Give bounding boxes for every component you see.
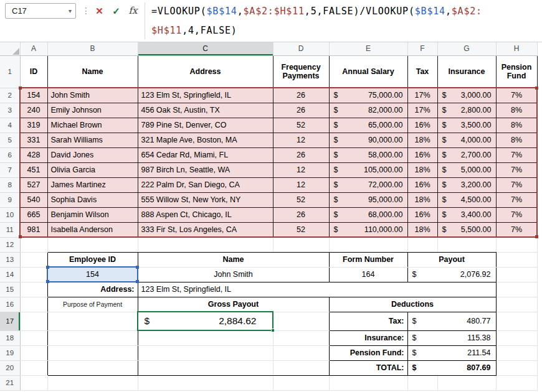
cell-pension[interactable]: 8% [496,118,537,133]
cell-pension[interactable]: 8% [496,103,537,118]
row-header[interactable]: 13 [0,252,20,267]
cell-address[interactable]: 333 Fir St, Los Angeles, CA [138,222,273,237]
cell-address[interactable]: 888 Aspen Ct, Chicago, IL [138,207,273,222]
cell-address[interactable]: 222 Palm Dr, San Diego, CA [138,177,273,192]
cell-id[interactable]: 240 [20,103,47,118]
cancel-icon[interactable]: ✕ [91,3,108,19]
cell-payout-label[interactable]: Payout [407,252,496,267]
cell-address[interactable]: 987 Birch Ln, Seattle, WA [138,162,273,177]
cell-form-number-label[interactable]: Form Number [329,252,407,267]
cell-tax[interactable]: 16% [407,147,437,162]
cell-name[interactable]: Sarah Williams [47,133,138,147]
cell-insurance[interactable]: $3,500.00 [437,118,496,133]
cell-name[interactable]: Isabella Anderson [47,222,138,237]
cell-address[interactable]: 789 Pine St, Denver, CO [138,118,273,133]
cell[interactable] [437,375,496,390]
cell-salary[interactable]: $58,000.00 [329,147,407,162]
cell-id[interactable]: 451 [20,162,47,177]
cell[interactable] [496,297,537,312]
cell-id[interactable]: 319 [20,118,47,133]
cell[interactable] [273,360,329,375]
cell-total-label[interactable]: TOTAL: [329,360,407,375]
cell[interactable] [47,360,138,375]
cell-id[interactable]: 527 [20,177,47,192]
cell-pension[interactable]: 7% [496,147,537,162]
cell[interactable] [496,267,537,282]
cell-header-pension[interactable]: Pension Fund [496,55,537,88]
cell-id[interactable]: 428 [20,147,47,162]
cell-tax[interactable]: 18% [407,162,437,177]
cell-frequency[interactable]: 52 [273,222,329,237]
cell-salary[interactable]: $72,000.00 [329,177,407,192]
cell[interactable] [437,237,496,252]
cell-header-frequency[interactable]: Frequency Payments [273,55,329,88]
cell-salary[interactable]: $65,000.00 [329,118,407,133]
cell-name[interactable]: David Jones [47,147,138,162]
cell-pension-value[interactable]: $211.54 [407,345,496,360]
cell-salary[interactable]: $105,000.00 [329,162,407,177]
col-header-h[interactable]: H [496,42,537,55]
cell-tax[interactable]: 18% [407,133,437,147]
row-header[interactable]: 2 [0,88,20,103]
cell-insurance[interactable]: $3,200.00 [437,177,496,192]
cell-name-value[interactable]: John Smith [138,267,329,282]
cell[interactable] [407,375,437,390]
cell-employee-id-value[interactable]: 154 [47,267,138,282]
cell-tax[interactable]: 17% [407,103,437,118]
cell[interactable] [496,345,537,360]
cell-salary[interactable]: $110,000.00 [329,222,407,237]
row-header[interactable]: 7 [0,162,20,177]
cell-salary[interactable]: $75,000.00 [329,88,407,103]
cell-address-label[interactable]: Address: [47,282,138,297]
cell-insurance-label[interactable]: Insurance: [329,330,407,345]
row-header[interactable]: 3 [0,103,20,118]
cell-name[interactable]: Emily Johnson [47,103,138,118]
cell-pension-label[interactable]: Pension Fund: [329,345,407,360]
cell-frequency[interactable]: 26 [273,88,329,103]
cell-header-id[interactable]: ID [20,55,47,88]
insert-function-icon[interactable]: fx [125,3,141,19]
enter-icon[interactable]: ✓ [108,3,125,19]
cell[interactable] [273,375,329,390]
cell-form-number-value[interactable]: 164 [329,267,407,282]
cell-frequency[interactable]: 12 [273,162,329,177]
cell-salary[interactable]: $90,000.00 [329,133,407,147]
cell[interactable] [496,237,537,252]
chevron-down-icon[interactable]: ▾ [69,7,72,14]
cell-address[interactable]: 654 Cedar Rd, Miami, FL [138,147,273,162]
cell-gross-payout-label[interactable]: Gross Payout [138,297,329,312]
cell-insurance[interactable]: $2,700.00 [437,147,496,162]
cell-header-name[interactable]: Name [47,55,138,88]
col-header-g[interactable]: G [437,42,496,55]
cell[interactable] [20,237,47,252]
cell[interactable] [20,375,47,390]
row-header[interactable]: 8 [0,177,20,192]
cell-name-label[interactable]: Name [138,252,329,267]
cell-total-value[interactable]: $807.69 [407,360,496,375]
cell-tax[interactable]: 18% [407,222,437,237]
cell-name[interactable]: James Martinez [47,177,138,192]
cell-insurance[interactable]: $5,500.00 [437,222,496,237]
cell-address[interactable]: 321 Maple Ave, Boston, MA [138,133,273,147]
cell[interactable] [20,297,47,312]
col-header-b[interactable]: B [47,42,138,55]
row-header[interactable]: 9 [0,192,20,207]
cell-frequency[interactable]: 12 [273,133,329,147]
cell[interactable] [20,312,47,330]
cell[interactable] [138,330,273,345]
col-header-c[interactable]: C [138,42,273,55]
cell-name[interactable]: Sophia Davis [47,192,138,207]
cell-header-salary[interactable]: Annual Salary [329,55,407,88]
row-header[interactable]: 21 [0,375,20,390]
cell-address[interactable]: 123 Elm St, Springfield, IL [138,88,273,103]
cell-tax[interactable]: 17% [407,88,437,103]
cell[interactable] [20,267,47,282]
row-header[interactable]: 1 [0,55,20,88]
row-header[interactable]: 4 [0,118,20,133]
cell[interactable] [20,345,47,360]
cell-pension[interactable]: 7% [496,207,537,222]
cell-insurance-value[interactable]: $115.38 [407,330,496,345]
cell-salary[interactable]: $68,000.00 [329,207,407,222]
cell[interactable] [138,360,273,375]
name-box[interactable]: C17 ▾ [5,3,76,19]
